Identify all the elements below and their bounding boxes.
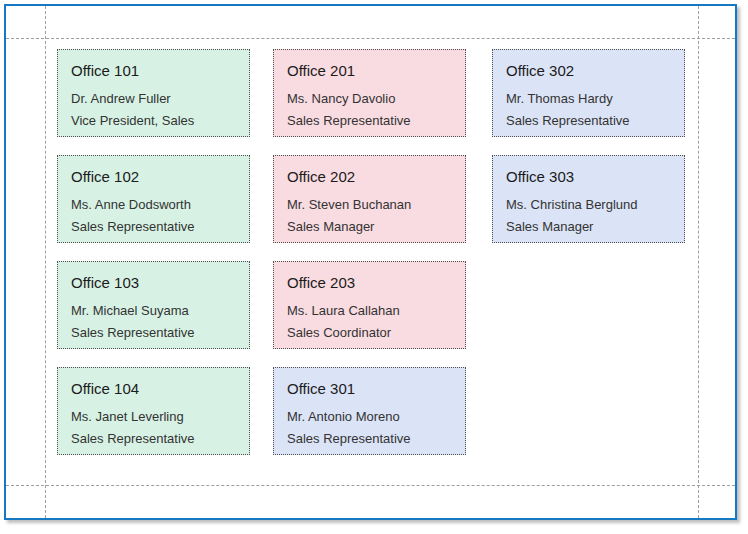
employee-name: Ms. Anne Dodsworth	[71, 196, 236, 213]
office-card[interactable]: Office 104 Ms. Janet Leverling Sales Rep…	[57, 367, 250, 455]
margin-guide-right	[698, 6, 699, 518]
office-card[interactable]: Office 103 Mr. Michael Suyama Sales Repr…	[57, 261, 250, 349]
margin-guide-left	[45, 6, 46, 518]
office-card[interactable]: Office 302 Mr. Thomas Hardy Sales Repres…	[492, 49, 685, 137]
employee-title: Sales Representative	[506, 112, 671, 129]
office-card[interactable]: Office 101 Dr. Andrew Fuller Vice Presid…	[57, 49, 250, 137]
employee-name: Ms. Nancy Davolio	[287, 90, 452, 107]
office-card[interactable]: Office 303 Ms. Christina Berglund Sales …	[492, 155, 685, 243]
employee-name: Ms. Laura Callahan	[287, 302, 452, 319]
office-card[interactable]: Office 102 Ms. Anne Dodsworth Sales Repr…	[57, 155, 250, 243]
office-number: Office 202	[287, 167, 452, 187]
employee-name: Ms. Christina Berglund	[506, 196, 671, 213]
office-card[interactable]: Office 201 Ms. Nancy Davolio Sales Repre…	[273, 49, 466, 137]
employee-name: Mr. Thomas Hardy	[506, 90, 671, 107]
office-card[interactable]: Office 203 Ms. Laura Callahan Sales Coor…	[273, 261, 466, 349]
office-card[interactable]: Office 301 Mr. Antonio Moreno Sales Repr…	[273, 367, 466, 455]
employee-name: Ms. Janet Leverling	[71, 408, 236, 425]
employee-title: Sales Manager	[506, 218, 671, 235]
designer-canvas: Office 101 Dr. Andrew Fuller Vice Presid…	[0, 0, 748, 534]
employee-title: Sales Representative	[71, 324, 236, 341]
employee-title: Sales Representative	[71, 218, 236, 235]
office-number: Office 102	[71, 167, 236, 187]
office-number: Office 203	[287, 273, 452, 293]
office-number: Office 201	[287, 61, 452, 81]
office-number: Office 104	[71, 379, 236, 399]
employee-title: Sales Representative	[287, 430, 452, 447]
employee-title: Sales Representative	[71, 430, 236, 447]
employee-title: Sales Manager	[287, 218, 452, 235]
employee-name: Mr. Antonio Moreno	[287, 408, 452, 425]
office-number: Office 103	[71, 273, 236, 293]
employee-title: Vice President, Sales	[71, 112, 236, 129]
margin-guide-top	[6, 38, 735, 39]
design-surface[interactable]: Office 101 Dr. Andrew Fuller Vice Presid…	[4, 4, 737, 520]
office-number: Office 303	[506, 167, 671, 187]
margin-guide-bottom	[6, 485, 735, 486]
employee-name: Mr. Michael Suyama	[71, 302, 236, 319]
employee-name: Mr. Steven Buchanan	[287, 196, 452, 213]
employee-name: Dr. Andrew Fuller	[71, 90, 236, 107]
office-number: Office 301	[287, 379, 452, 399]
employee-title: Sales Representative	[287, 112, 452, 129]
office-number: Office 101	[71, 61, 236, 81]
employee-title: Sales Coordinator	[287, 324, 452, 341]
office-card[interactable]: Office 202 Mr. Steven Buchanan Sales Man…	[273, 155, 466, 243]
office-number: Office 302	[506, 61, 671, 81]
